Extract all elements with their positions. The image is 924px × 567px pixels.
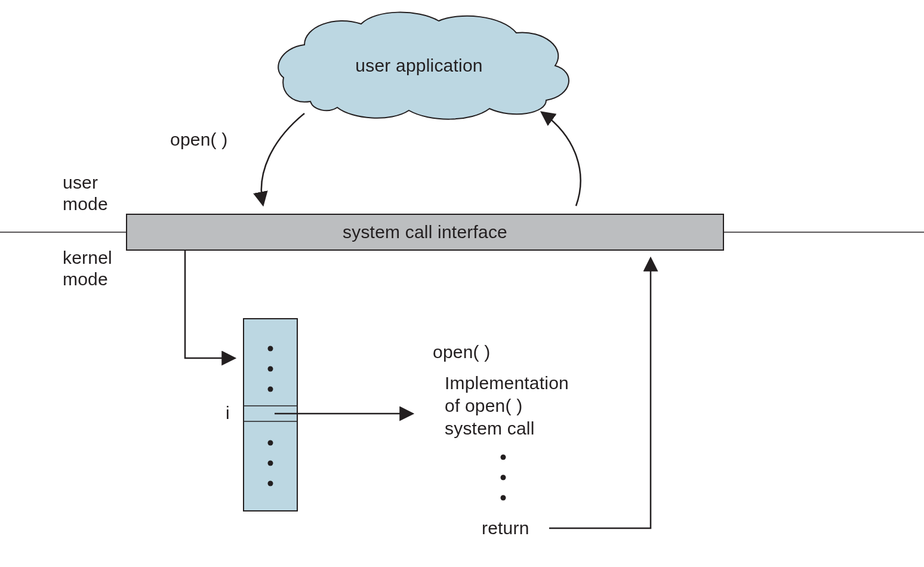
user-mode-label-2: mode <box>63 194 108 214</box>
arrow-return-to-interface <box>549 260 651 528</box>
kernel-mode-label-1: kernel <box>63 248 112 267</box>
table-dot <box>268 440 273 446</box>
syscall-diagram: system call interface user mode kernel m… <box>0 0 924 567</box>
table-dot <box>268 387 273 392</box>
impl-dot <box>501 495 506 501</box>
impl-line-3: system call <box>445 418 535 438</box>
arrow-interface-to-app <box>543 113 581 206</box>
user-mode-label-1: user <box>63 172 98 192</box>
syscall-table-index-label: i <box>226 403 230 423</box>
arrow-app-to-interface <box>261 113 304 203</box>
user-application-label: user application <box>355 56 482 75</box>
impl-open-header: open( ) <box>433 342 490 362</box>
impl-line-2: of open( ) <box>445 396 522 415</box>
table-dot <box>268 366 273 372</box>
table-dot <box>268 461 273 466</box>
impl-dot <box>501 455 506 460</box>
arrow-interface-to-table <box>185 251 233 358</box>
impl-line-1: Implementation <box>445 373 569 393</box>
system-call-interface-label: system call interface <box>343 222 507 242</box>
open-call-label: open( ) <box>170 130 227 149</box>
return-label: return <box>482 518 529 538</box>
table-dot <box>268 346 273 352</box>
impl-dot <box>501 475 506 480</box>
kernel-mode-label-2: mode <box>63 269 108 289</box>
table-dot <box>268 481 273 486</box>
